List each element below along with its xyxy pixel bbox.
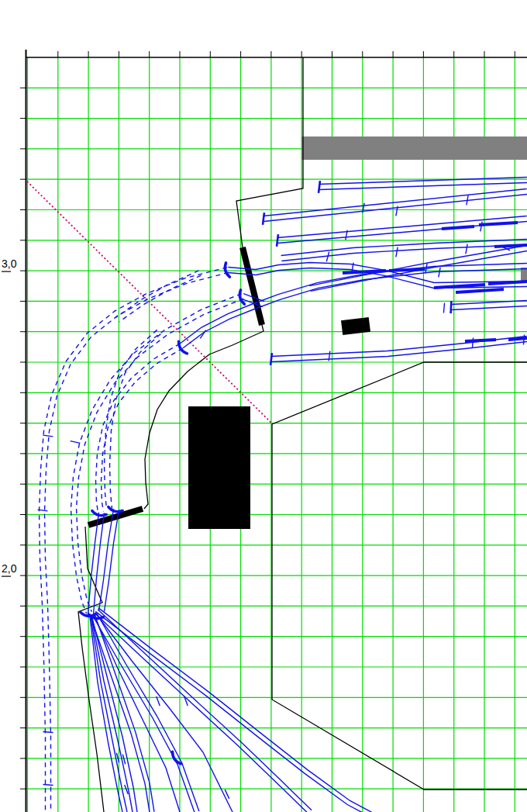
tunnel-entrance-arc xyxy=(108,507,122,512)
visible-track[interactable] xyxy=(271,341,527,361)
building-rect[interactable] xyxy=(341,317,370,335)
fan-track[interactable] xyxy=(98,610,312,810)
visible-track[interactable] xyxy=(277,216,527,238)
occupied-segment xyxy=(456,289,504,292)
plan-drawing xyxy=(0,0,527,812)
fan-track[interactable] xyxy=(98,608,375,812)
track-end-marker xyxy=(319,181,320,193)
visible-track[interactable] xyxy=(104,510,119,612)
rail-joint-tick xyxy=(443,303,444,313)
rail-joint-tick xyxy=(439,268,440,278)
tunnel-portal[interactable] xyxy=(243,247,262,325)
occupied-segment xyxy=(442,226,474,229)
occupied-segment xyxy=(465,340,496,341)
visible-track[interactable] xyxy=(309,246,526,286)
track-end-marker xyxy=(451,301,452,313)
occupied-segment xyxy=(494,245,527,247)
fan-track[interactable] xyxy=(92,618,137,812)
platform-bar[interactable] xyxy=(521,268,527,282)
occupied-segment xyxy=(389,269,425,271)
visible-track[interactable] xyxy=(281,244,527,261)
rail-joint-tick xyxy=(472,338,473,348)
visible-track[interactable] xyxy=(281,240,527,256)
visible-track[interactable] xyxy=(264,189,527,216)
track-end-marker xyxy=(263,213,264,225)
visible-track[interactable] xyxy=(264,194,527,221)
fan-track[interactable] xyxy=(91,617,133,812)
rail-joint-tick xyxy=(396,247,398,257)
platform-bar[interactable] xyxy=(301,136,527,160)
hidden-track[interactable] xyxy=(119,275,201,322)
rail-joint-tick xyxy=(326,252,329,262)
fan-track[interactable] xyxy=(91,617,127,812)
rail-joint-tick xyxy=(43,784,53,785)
hidden-track[interactable] xyxy=(40,268,228,812)
rail-joint-tick xyxy=(43,731,53,732)
baseboard-outline[interactable] xyxy=(78,527,104,812)
building-rect[interactable] xyxy=(188,406,250,529)
track-end-marker xyxy=(277,234,278,247)
occupied-segment xyxy=(508,338,527,340)
visible-track[interactable] xyxy=(451,306,527,309)
rail-joint-tick xyxy=(43,435,53,437)
track-plan-canvas[interactable]: 3,0 2,0 xyxy=(0,0,527,812)
rail-joint-tick xyxy=(71,441,81,444)
rail-joint-tick xyxy=(466,244,467,254)
visible-track[interactable] xyxy=(93,513,104,615)
rail-joint-tick xyxy=(480,222,482,232)
hidden-track[interactable] xyxy=(101,348,182,511)
tunnel-entrance-arc xyxy=(225,263,229,277)
